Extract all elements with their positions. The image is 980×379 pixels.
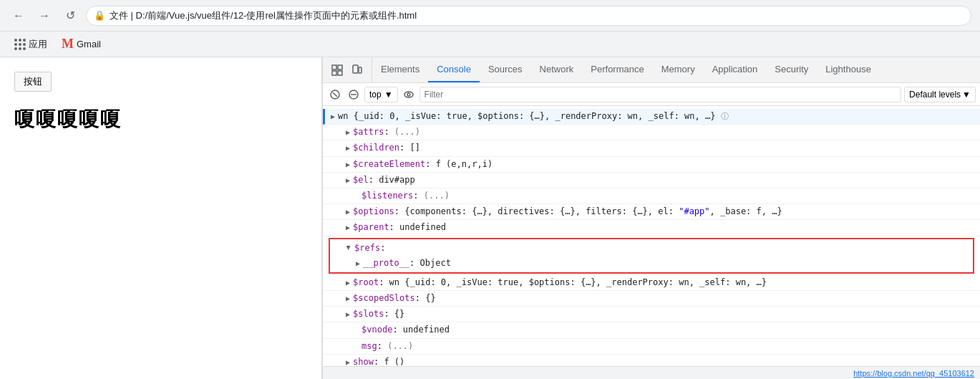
svg-rect-3: [338, 71, 342, 75]
devtools-icon-bar: [323, 57, 372, 82]
forward-button[interactable]: →: [34, 6, 54, 26]
console-line[interactable]: ▶ $vnode: undefined: [323, 322, 980, 338]
refs-proto-line[interactable]: ▶ __proto__: Object: [330, 256, 973, 271]
console-line[interactable]: ▶ wn {_uid: 0, _isVue: true, $options: {…: [323, 109, 980, 125]
console-line[interactable]: ▶ $slots: {}: [323, 307, 980, 322]
eye-icon[interactable]: [401, 87, 417, 102]
expand-arrow[interactable]: ▶: [346, 276, 350, 289]
reload-button[interactable]: ↺: [60, 6, 80, 26]
proto-expand-arrow[interactable]: ▶: [356, 256, 360, 269]
refs-line-key[interactable]: ▶ $refs:: [330, 241, 973, 256]
expand-arrow[interactable]: ▶: [346, 355, 350, 366]
apps-label: 应用: [29, 38, 47, 51]
status-bar: https://blog.csdn.net/qq_45103612: [323, 366, 980, 379]
tab-console[interactable]: Console: [428, 57, 480, 82]
svg-point-10: [404, 92, 413, 97]
svg-point-11: [407, 93, 410, 96]
tab-elements[interactable]: Elements: [372, 57, 428, 82]
device-icon[interactable]: [349, 62, 366, 79]
bookmarks-bar: 应用 M Gmail: [0, 32, 980, 57]
default-levels-label: Default levels: [909, 90, 961, 100]
console-line[interactable]: ▶ $el: div#app: [323, 173, 980, 188]
main-page: 按钮 嗄嗄嗄嗄嗄: [0, 57, 322, 379]
svg-rect-5: [359, 67, 362, 73]
expand-arrow[interactable]: ▶: [346, 173, 350, 186]
gmail-label: Gmail: [77, 39, 101, 49]
console-line[interactable]: ▶ $listeners: (...): [323, 188, 980, 204]
context-value: top: [369, 90, 382, 100]
expand-arrow[interactable]: ▶: [331, 110, 335, 123]
tab-application[interactable]: Application: [704, 57, 767, 82]
tab-performance[interactable]: Performance: [582, 57, 652, 82]
expand-arrow[interactable]: ▶: [346, 221, 350, 234]
apps-button[interactable]: 应用: [9, 35, 53, 54]
tab-security[interactable]: Security: [766, 57, 817, 82]
gmail-button[interactable]: M Gmail: [56, 34, 107, 54]
status-link[interactable]: https://blog.csdn.net/qq_45103612: [853, 369, 974, 378]
apps-grid-icon: [14, 39, 26, 50]
svg-rect-2: [332, 71, 336, 75]
console-line[interactable]: ▶ $createElement: f (e,n,r,i): [323, 157, 980, 173]
console-line[interactable]: ▶ $scopedSlots: {}: [323, 291, 980, 307]
tab-sources[interactable]: Sources: [480, 57, 531, 82]
svg-line-7: [333, 92, 337, 97]
devtools-tabs: Elements Console Sources Network Perform…: [372, 57, 980, 82]
back-button[interactable]: ←: [9, 6, 29, 26]
default-levels-arrow: ▼: [962, 90, 971, 100]
devtools-panel: Elements Console Sources Network Perform…: [322, 57, 980, 379]
gmail-icon: M: [62, 37, 74, 52]
refs-box: ▶ $refs: ▶ __proto__: Object: [329, 238, 974, 274]
default-levels-selector[interactable]: Default levels ▼: [904, 87, 976, 102]
svg-rect-4: [353, 65, 358, 73]
console-toolbar: top ▼ Default levels ▼: [323, 83, 980, 106]
console-output: ▶ wn {_uid: 0, _isVue: true, $options: {…: [323, 106, 980, 366]
console-line[interactable]: ▶ $attrs: (...): [323, 125, 980, 140]
expand-arrow[interactable]: ▶: [346, 141, 350, 154]
lock-icon: 🔒: [94, 10, 105, 21]
page-button[interactable]: 按钮: [14, 72, 52, 92]
console-line[interactable]: ▶ $root: wn {_uid: 0, _isVue: true, $opt…: [323, 275, 980, 291]
address-bar[interactable]: 🔒 文件 | D:/前端/Vue.js/vue组件/12-使用rel属性操作页面…: [86, 6, 971, 26]
address-text: 文件 | D:/前端/Vue.js/vue组件/12-使用rel属性操作页面中的…: [110, 9, 417, 22]
context-selector[interactable]: top ▼: [364, 87, 398, 102]
page-title: 嗄嗄嗄嗄嗄: [14, 106, 307, 133]
expand-arrow[interactable]: ▶: [346, 158, 350, 171]
no-entry-icon[interactable]: [346, 87, 362, 102]
svg-rect-0: [332, 65, 336, 69]
context-dropdown-icon: ▼: [384, 90, 393, 100]
page-area: 按钮 嗄嗄嗄嗄嗄: [0, 57, 980, 379]
expand-arrow[interactable]: ▶: [346, 292, 350, 304]
browser-chrome: ← → ↺ 🔒 文件 | D:/前端/Vue.js/vue组件/12-使用rel…: [0, 0, 980, 32]
clear-console-icon[interactable]: [327, 87, 343, 102]
expand-arrow[interactable]: ▶: [346, 307, 350, 320]
filter-input[interactable]: [419, 87, 901, 102]
tab-memory[interactable]: Memory: [653, 57, 704, 82]
refs-expand-arrow[interactable]: ▶: [343, 245, 356, 249]
console-line[interactable]: ▶ $children: []: [323, 140, 980, 156]
svg-rect-1: [338, 65, 342, 69]
console-line[interactable]: ▶ msg: (...): [323, 339, 980, 355]
tab-network[interactable]: Network: [531, 57, 583, 82]
console-line[interactable]: ▶ show: f (): [323, 355, 980, 366]
console-line[interactable]: ▶ $options: {components: {…}, directives…: [323, 204, 980, 220]
inspect-icon[interactable]: [329, 62, 346, 79]
devtools-topbar: Elements Console Sources Network Perform…: [323, 57, 980, 83]
console-line[interactable]: ▶ $parent: undefined: [323, 220, 980, 236]
expand-arrow[interactable]: ▶: [346, 125, 350, 138]
expand-arrow[interactable]: ▶: [346, 205, 350, 218]
tab-lighthouse[interactable]: Lighthouse: [817, 57, 880, 82]
